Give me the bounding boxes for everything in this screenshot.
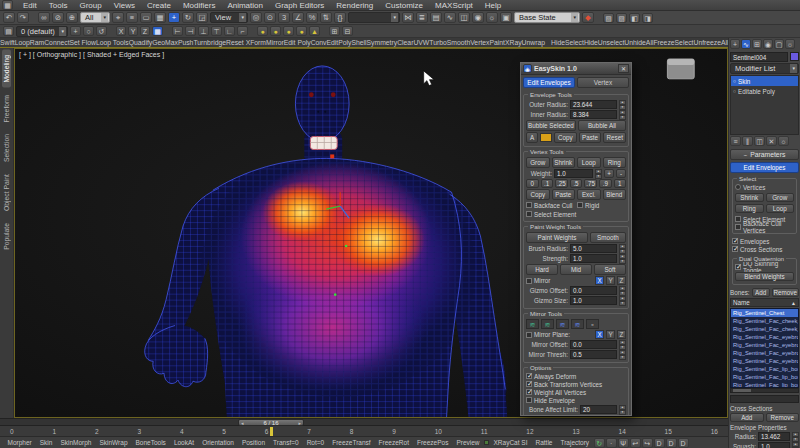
mirror-paste-blue-green-icon[interactable] bbox=[571, 319, 584, 329]
radius-field[interactable]: 13.462 bbox=[758, 432, 790, 441]
menu-item[interactable]: Edit bbox=[17, 1, 43, 10]
bottom-toolbar-button[interactable]: FreezeTransf bbox=[329, 439, 374, 446]
d-tool-icon-3[interactable] bbox=[678, 438, 689, 448]
bottom-toolbar-button[interactable]: Transf=0 bbox=[270, 439, 303, 446]
configure-stack-icon[interactable] bbox=[778, 136, 789, 146]
checkbox[interactable]: Weight All Vertices bbox=[526, 388, 626, 396]
ik-tool-icon-2[interactable] bbox=[270, 26, 281, 36]
bone-list-item[interactable]: Rig_Sentinel_Fac_eyebrow_ bbox=[731, 333, 798, 341]
bottom-toolbar-button[interactable]: Rattle bbox=[532, 439, 556, 446]
brush-hardness-button[interactable]: Mid bbox=[560, 264, 592, 275]
easyskin-dialog[interactable]: EasySkin 1.0 Edit EnvelopesVertex Envelo… bbox=[520, 62, 632, 416]
bottom-toolbar-button[interactable]: Preview bbox=[453, 439, 483, 446]
weight-preset-button[interactable]: .75 bbox=[584, 179, 597, 188]
current-frame-marker[interactable] bbox=[270, 427, 273, 436]
vertex-op-button[interactable]: Copy bbox=[526, 189, 550, 200]
smooth-button[interactable]: Smooth bbox=[590, 232, 626, 243]
mirror-offset-field[interactable]: 0.0 bbox=[570, 340, 617, 349]
axis-constraint-button[interactable]: Y bbox=[128, 26, 138, 36]
mirror-mode-icon[interactable] bbox=[586, 319, 599, 329]
select-mode-button[interactable]: Shrink bbox=[735, 193, 764, 202]
layer-list-icon[interactable] bbox=[3, 26, 14, 36]
spinner[interactable] bbox=[595, 169, 602, 178]
vertex-op-button[interactable]: Blend bbox=[603, 189, 627, 200]
vertex-select-button[interactable]: Shrink bbox=[552, 157, 576, 168]
modifier-list-dropdown[interactable]: Modifier List bbox=[730, 63, 799, 74]
brush-radius-field[interactable]: 5.0 bbox=[570, 244, 617, 253]
render-production-icon[interactable] bbox=[582, 12, 594, 23]
ribbon-button[interactable]: RamConnect bbox=[30, 39, 70, 46]
bottom-toolbar-button[interactable]: Position bbox=[238, 439, 268, 446]
vertex-op-button[interactable]: Excl. bbox=[577, 189, 601, 200]
menu-item[interactable]: Graph Editors bbox=[269, 1, 330, 10]
ribbon-button[interactable]: Turnbridge bbox=[193, 39, 226, 46]
ik-tool-icon-1[interactable] bbox=[257, 26, 268, 36]
remove-modifier-icon[interactable] bbox=[766, 136, 777, 146]
mirror-paste-green-blue-icon[interactable] bbox=[556, 319, 569, 329]
bottom-toolbar-button[interactable]: LookAt bbox=[170, 439, 197, 446]
spinner[interactable] bbox=[619, 100, 626, 109]
use-center-icon[interactable] bbox=[250, 12, 262, 23]
spinner[interactable] bbox=[619, 296, 626, 305]
spinner[interactable] bbox=[619, 286, 626, 295]
axis-constraint-button[interactable]: Z bbox=[140, 26, 150, 36]
region-rect-icon[interactable] bbox=[140, 12, 152, 23]
ribbon-button[interactable]: Set Flow bbox=[70, 39, 96, 46]
bone-list-item[interactable]: Rig_Sentinel_Fac_eyebrow_ bbox=[731, 357, 798, 365]
bottom-toolbar-button[interactable]: FreezeRot bbox=[375, 439, 412, 446]
select-mode-button[interactable]: Ring bbox=[735, 204, 764, 213]
ik-tool-icon-4[interactable] bbox=[296, 26, 307, 36]
layer-manager-icon[interactable] bbox=[430, 12, 442, 23]
bone-list-item[interactable]: Rig_Sentinel_Fac_lip_bone bbox=[731, 373, 798, 381]
window-crossing-icon[interactable] bbox=[154, 12, 166, 23]
ribbon-button[interactable]: UnfreezeAll bbox=[693, 39, 728, 46]
bone-tool-icon-2[interactable] bbox=[185, 26, 196, 36]
vertex-select-button[interactable]: Grow bbox=[526, 157, 550, 168]
copy-button[interactable]: Copy bbox=[554, 132, 577, 143]
dot-icon[interactable] bbox=[606, 438, 617, 448]
object-color-swatch[interactable] bbox=[790, 52, 799, 61]
outer-radius-field[interactable]: 23.644 bbox=[570, 100, 617, 109]
color-swatch[interactable] bbox=[540, 133, 552, 142]
modifier-stack-item[interactable]: Editable Poly bbox=[731, 86, 798, 96]
toggle-layer-icon[interactable] bbox=[83, 26, 94, 36]
viewport-label[interactable]: [ + ] [ Orthographic ] [ Shaded + Edged … bbox=[19, 51, 164, 58]
modify-tab-icon[interactable] bbox=[741, 39, 751, 49]
brush-hardness-button[interactable]: Hard bbox=[526, 264, 558, 275]
mirror-plane-axis-button[interactable]: Z bbox=[617, 330, 626, 339]
arrow-back-icon[interactable] bbox=[630, 438, 641, 448]
a-toggle-button[interactable]: A bbox=[526, 132, 538, 143]
bone-affect-limit-field[interactable]: 20 bbox=[580, 405, 617, 414]
spinner[interactable] bbox=[619, 340, 626, 349]
mirror-plane-axis-button[interactable]: Y bbox=[606, 330, 615, 339]
weight-preset-button[interactable]: 0 bbox=[526, 179, 539, 188]
track-bar[interactable]: 012345678910111213141516 bbox=[0, 426, 728, 437]
vertex-select-button[interactable]: Ring bbox=[603, 157, 627, 168]
add-bone-button[interactable]: Add bbox=[752, 288, 770, 297]
ribbon-button[interactable]: Loop Tools bbox=[96, 39, 129, 46]
ribbon-button[interactable]: SwiftLoop bbox=[0, 39, 30, 46]
bottom-toolbar-button[interactable]: Orientation bbox=[199, 439, 238, 446]
select-link-icon[interactable] bbox=[38, 12, 50, 23]
weight-preset-button[interactable]: .25 bbox=[555, 179, 568, 188]
parameters-rollout[interactable]: Parameters bbox=[730, 149, 799, 160]
sort-asc-icon[interactable]: ▲ bbox=[791, 300, 796, 306]
rotate-icon[interactable] bbox=[182, 12, 194, 23]
vertices-radio[interactable]: Vertices bbox=[735, 183, 794, 191]
checkbox[interactable]: Select Element bbox=[526, 210, 576, 218]
rendered-frame-icon[interactable] bbox=[500, 12, 512, 23]
bone-chain-icon[interactable] bbox=[618, 438, 629, 448]
strength-field[interactable]: 1.0 bbox=[570, 254, 617, 263]
mirror-paste-left-icon[interactable] bbox=[526, 319, 539, 329]
bone-tool-icon-5[interactable] bbox=[224, 26, 235, 36]
menu-item[interactable]: MAXScript bbox=[429, 1, 479, 10]
dq-skinning-checkbox[interactable]: DQ Skinning Toggle bbox=[735, 263, 794, 271]
select-object-icon[interactable] bbox=[112, 12, 124, 23]
ribbon-button[interactable]: ConvEditPoly bbox=[311, 39, 352, 46]
select-manipulate-icon[interactable] bbox=[264, 12, 276, 23]
extra-tool-icon-1[interactable] bbox=[329, 26, 340, 36]
spinner[interactable] bbox=[619, 254, 626, 263]
ik-tool-icon-3[interactable] bbox=[283, 26, 294, 36]
mirror-plane-axis-button[interactable]: X bbox=[595, 330, 604, 339]
menu-item[interactable]: Animation bbox=[221, 1, 269, 10]
